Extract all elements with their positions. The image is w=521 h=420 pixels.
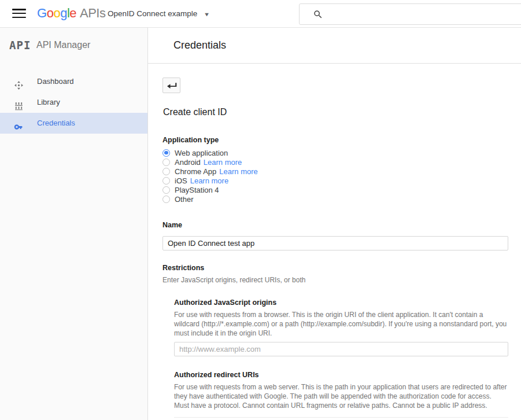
api-product-logo: API	[9, 39, 31, 51]
radio-web-application[interactable]: Web application	[162, 148, 508, 157]
sidebar-item-dashboard[interactable]: Dashboard	[0, 71, 147, 92]
back-arrow-icon	[166, 81, 177, 90]
client-name-input[interactable]	[162, 236, 508, 250]
restrictions-hint: Enter JavaScript origins, redirect URIs,…	[162, 276, 508, 284]
radio-button[interactable]	[162, 168, 170, 175]
radio-button[interactable]	[162, 196, 170, 203]
learn-more-link-ios[interactable]: Learn more	[190, 176, 228, 185]
radio-chrome-app[interactable]: Chrome App Learn more	[162, 167, 508, 176]
back-button[interactable]	[162, 78, 180, 93]
radio-android[interactable]: Android Learn more	[162, 157, 508, 167]
search-input[interactable]	[328, 5, 519, 24]
library-icon	[14, 98, 24, 108]
project-selector-dropdown[interactable]: OpenID Connect example ▼	[108, 9, 209, 18]
chevron-down-icon: ▼	[204, 12, 210, 17]
name-label: Name	[162, 221, 508, 229]
js-origins-description: For use with requests from a browser. Th…	[174, 310, 508, 338]
sidebar: Dashboard Library Credentials	[0, 64, 148, 420]
application-type-label: Application type	[162, 136, 508, 144]
dashboard-icon	[14, 77, 24, 87]
project-name: OpenID Connect example	[108, 9, 197, 18]
key-icon	[14, 119, 24, 128]
form-title: Create client ID	[163, 107, 508, 117]
google-api-console: GoogleAPIs OpenID Connect example ▼ API …	[0, 0, 521, 420]
radio-button[interactable]	[162, 159, 170, 166]
radio-other[interactable]: Other	[162, 194, 508, 204]
radio-ios[interactable]: iOS Learn more	[162, 176, 508, 185]
hamburger-menu-icon[interactable]	[12, 9, 26, 19]
restrictions-label: Restrictions	[162, 264, 508, 272]
product-name: API Manager	[36, 40, 90, 50]
js-origins-label: Authorized JavaScript origins	[174, 299, 508, 307]
learn-more-link-chrome-app[interactable]: Learn more	[219, 167, 257, 176]
product-header-band: API API Manager Credentials	[0, 28, 521, 64]
page-title: Credentials	[173, 39, 226, 51]
js-origin-input[interactable]	[174, 342, 508, 356]
sidebar-item-library[interactable]: Library	[0, 92, 147, 113]
learn-more-link-android[interactable]: Learn more	[204, 158, 242, 167]
radio-button-selected[interactable]	[162, 149, 170, 157]
redirect-uris-description: For use with requests from a web server.…	[174, 382, 508, 410]
redirect-uris-label: Authorized redirect URIs	[174, 371, 508, 379]
search-box[interactable]	[299, 3, 521, 25]
radio-playstation-4[interactable]: PlayStation 4	[162, 185, 508, 194]
google-apis-logo[interactable]: GoogleAPIs	[37, 6, 105, 21]
sidebar-item-credentials[interactable]: Credentials	[0, 113, 147, 134]
main-content: Create client ID Application type Web ap…	[149, 64, 521, 420]
search-icon	[313, 9, 323, 22]
top-header: GoogleAPIs OpenID Connect example ▼	[0, 0, 521, 28]
radio-button[interactable]	[162, 186, 170, 194]
application-type-options: Web application Android Learn more Chrom…	[162, 148, 508, 204]
radio-button[interactable]	[162, 177, 170, 185]
product-header: API API Manager	[0, 28, 148, 64]
redirect-uri-entry[interactable]: http://localhost:5000/signin-oidc ✕	[174, 417, 508, 420]
